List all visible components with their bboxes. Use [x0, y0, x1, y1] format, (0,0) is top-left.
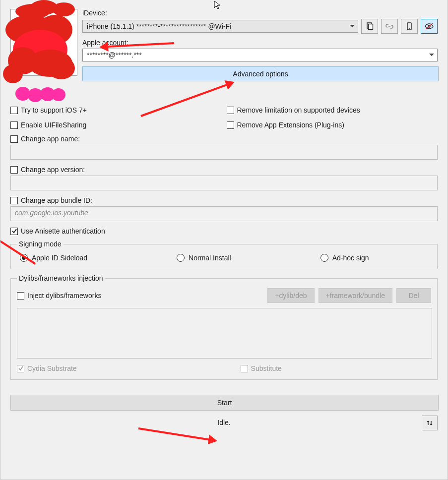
change-app-version-checkbox[interactable]: Change app version:: [10, 166, 438, 174]
svg-rect-1: [369, 24, 373, 30]
dylib-list[interactable]: [17, 308, 432, 359]
app-version-input[interactable]: [10, 176, 438, 190]
svg-point-3: [409, 28, 410, 29]
remove-extensions-checkbox[interactable]: Remove App Extensions (Plug-ins): [227, 121, 438, 129]
bundle-id-input[interactable]: com.google.ios.youtube: [10, 206, 438, 221]
check-icon: [11, 228, 17, 234]
copy-icon: [366, 22, 374, 30]
eye-off-icon: [425, 22, 434, 30]
chevron-down-icon: [350, 24, 355, 29]
idevice-value: iPhone (15.1.1) ********-***************…: [87, 22, 231, 30]
annotation-arrow: [138, 427, 215, 441]
device-info-button[interactable]: [401, 19, 418, 34]
change-bundle-id-checkbox[interactable]: Change app bundle ID:: [10, 196, 438, 204]
change-app-name-checkbox[interactable]: Change app name:: [10, 135, 438, 143]
add-framework-button[interactable]: +framework/bundle: [319, 288, 392, 303]
del-button[interactable]: Del: [396, 288, 431, 303]
anisette-checkbox[interactable]: Use Anisette authentication: [10, 227, 438, 235]
app-name-input[interactable]: [10, 145, 438, 160]
chevron-down-icon: [429, 53, 434, 58]
copy-udid-button[interactable]: [361, 19, 378, 34]
radio-adhoc-sign[interactable]: Ad-hoc sign: [320, 254, 369, 262]
toggle-log-button[interactable]: [422, 416, 438, 430]
radio-normal-install[interactable]: Normal Install: [177, 254, 231, 262]
apple-account-dropdown[interactable]: ********@******.***: [82, 49, 438, 61]
dylib-injection-group: Dylibs/frameworks injection Inject dylib…: [10, 274, 438, 380]
sort-arrows-icon: [426, 420, 433, 426]
inject-dylibs-checkbox[interactable]: Inject dylibs/frameworks: [17, 292, 101, 300]
apple-account-value: ********@******.***: [87, 51, 142, 59]
hide-sensitive-button[interactable]: [421, 19, 438, 34]
substitute-checkbox: Substitute: [241, 364, 282, 372]
start-button[interactable]: Start: [10, 395, 439, 411]
ipa-drop-area[interactable]: [10, 9, 77, 76]
uifilesharing-checkbox[interactable]: Enable UIFileSharing: [10, 121, 222, 129]
phone-icon: [406, 22, 413, 30]
link-icon: [385, 22, 393, 30]
add-dylib-button[interactable]: +dylib/deb: [267, 288, 314, 303]
pair-button[interactable]: [381, 19, 398, 34]
idevice-dropdown[interactable]: iPhone (15.1.1) ********-***************…: [82, 20, 358, 33]
signing-mode-group: Signing mode Apple ID Sideload Normal In…: [10, 240, 438, 269]
idevice-label: iDevice:: [82, 9, 438, 17]
status-text: Idle.: [217, 419, 230, 426]
advanced-options-button[interactable]: Advanced options: [82, 66, 439, 81]
cydia-substrate-checkbox: Cydia Substrate: [17, 364, 77, 372]
remove-limitation-checkbox[interactable]: Remove limitation on supported devices: [227, 106, 438, 114]
check-icon: [18, 365, 24, 371]
ios7-checkbox[interactable]: Try to support iOS 7+: [10, 106, 222, 114]
